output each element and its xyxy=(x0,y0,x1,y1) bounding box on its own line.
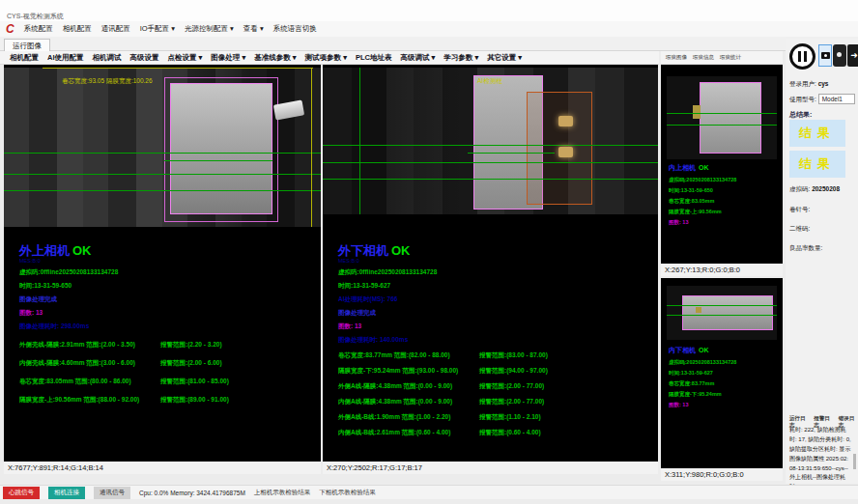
camera2-measure-line-short xyxy=(468,153,555,154)
camera4-measure-line xyxy=(667,305,777,306)
alarm-range: 报警范围:(0.60 - 4.00) xyxy=(479,429,541,437)
camera2-measure-line xyxy=(323,179,658,180)
upper-camera-teach-result-button[interactable]: 上相机示教检验结果 xyxy=(254,489,311,497)
defect-view-tabs: 瑕疵图像 瑕疵信息 瑕疵统计 xyxy=(661,51,783,65)
exit-button[interactable]: ➜ xyxy=(847,44,858,67)
camera3-frame-count: 图数: 13 xyxy=(669,219,736,226)
result-box-lower: 结果 xyxy=(789,151,845,178)
menu-item-language-switch[interactable]: 系统语言切换 xyxy=(273,24,317,34)
menu-item-view[interactable]: 查看 ▾ xyxy=(243,24,264,34)
camera3-image-view[interactable] xyxy=(667,76,777,159)
camera1-right-guideline xyxy=(311,68,312,227)
camera1-frame-count: 图数: 13 xyxy=(19,309,321,318)
camera3-line: 卷芯宽度:83.05mm xyxy=(669,198,736,205)
app-logo-icon: C xyxy=(6,23,14,35)
camera-view-button[interactable] xyxy=(818,44,832,67)
tool-test-item-params[interactable]: 测试项参数 ▾ xyxy=(305,53,347,63)
lower-camera-teach-result-button[interactable]: 下相机示教检验结果 xyxy=(319,489,376,497)
model-select[interactable]: Model1 xyxy=(818,94,855,104)
menu-item-light-control-config[interactable]: 光源控制配置 ▾ xyxy=(185,24,234,34)
camera2-measure-line xyxy=(323,162,658,163)
result-box-upper: 结果 xyxy=(789,120,845,147)
tool-advanced-settings[interactable]: 高级设置 xyxy=(130,53,159,63)
camera1-measure-line xyxy=(4,153,321,154)
tool-other-settings[interactable]: 其它设置 ▾ xyxy=(487,53,522,63)
camera1-image-view[interactable]: 卷芯宽度:93.05 隔膜宽度:100.26 xyxy=(4,68,321,227)
camera4-header: 内下相机OK xyxy=(669,346,736,355)
camera2-vertical-guideline xyxy=(359,68,360,214)
login-user-field: 登录用户: cys xyxy=(789,80,828,89)
camera3-line: 隔膜宽度-上:90.56mm xyxy=(669,209,736,215)
camera4-line: 时间:13-31-59-627 xyxy=(669,370,736,377)
camera4-line: 隔膜宽度-下:95.24mm xyxy=(669,391,736,398)
alarm-range: 报警范围:(2.00 - 77.00) xyxy=(479,398,544,406)
camera2-image-view[interactable]: AI检测框 xyxy=(323,68,658,214)
alarm-range: 报警范围:(81.00 - 85.00) xyxy=(160,378,229,386)
camera3-title: 内上相机 xyxy=(669,164,696,171)
camera1-measure-line xyxy=(4,174,321,175)
tab-defect-image[interactable]: 瑕疵图像 xyxy=(666,54,687,61)
measure-value: 隔膜宽度-上:90.56mm 范围:(88.00 - 92.00) xyxy=(19,396,157,405)
tool-advanced-debug[interactable]: 高级调试 ▾ xyxy=(400,53,435,63)
camera3-line: 时间:13-31-59-650 xyxy=(669,187,736,194)
camera4-title: 内下相机 xyxy=(669,347,696,353)
tab-defect-info[interactable]: 瑕疵信息 xyxy=(693,54,714,61)
measure-row: 隔膜宽度-下:95.24mm 范围:(93.00 - 98.00)报警范围:(9… xyxy=(338,367,658,376)
camera1-overlay-text: 卷芯宽度:93.05 隔膜宽度:100.26 xyxy=(62,77,153,86)
tool-learning-params[interactable]: 学习参数 ▾ xyxy=(443,53,478,63)
measure-value: 卷芯宽度:83.77mm 范围:(82.00 - 88.00) xyxy=(338,351,475,360)
camera3-measure-line xyxy=(667,125,777,126)
camera3-panel: 内上相机OK 虚拟码:20250208133134728 时间:13-31-59… xyxy=(661,65,783,276)
log-scrollbar[interactable] xyxy=(853,454,856,469)
comm-signal-indicator: 通讯信号 xyxy=(94,487,130,499)
tool-baseline-params[interactable]: 基准线参数 ▾ xyxy=(254,53,296,63)
measure-row: 内侧A线-隔膜:4.38mm 范围:(0.00 - 9.00)报警范围:(2.0… xyxy=(338,398,658,406)
measure-row: 卷芯宽度:83.05mm 范围:(80.00 - 86.00)报警范围:(81.… xyxy=(19,378,321,386)
tool-spot-check-settings[interactable]: 点检设置 ▾ xyxy=(168,53,203,63)
camera2-ai-elapsed: AI处理耗时(MS): 766 xyxy=(338,295,658,304)
statusbar: 心跳信号 相机连接 通讯信号 Cpu: 0.0% Memory: 3424.41… xyxy=(0,485,858,499)
window-title: CYS-视觉检测系统 xyxy=(7,12,64,21)
camera1-process-done: 图像处理完成 xyxy=(19,295,321,304)
measure-value: 隔膜宽度-下:95.24mm 范围:(93.00 - 98.00) xyxy=(338,367,475,376)
tool-camera-config[interactable]: 相机配置 xyxy=(10,53,39,63)
camera4-line: 卷芯宽度:83.77mm xyxy=(669,380,736,387)
camera2-measure-rows: 卷芯宽度:83.77mm 范围:(82.00 - 88.00)报警范围:(83.… xyxy=(323,351,658,437)
tool-image-processing[interactable]: 图像处理 ▾ xyxy=(211,53,245,63)
camera4-cell-region xyxy=(682,295,773,330)
menu-item-camera-config[interactable]: 相机配置 xyxy=(63,24,92,34)
tab-defect-stats[interactable]: 瑕疵统计 xyxy=(720,54,741,61)
login-user-value: cys xyxy=(818,80,829,87)
menu-item-io-config[interactable]: IO手配置 ▾ xyxy=(140,24,175,34)
menubar: C 系统配置 相机配置 通讯配置 IO手配置 ▾ 光源控制配置 ▾ 查看 ▾ 系… xyxy=(0,21,858,37)
camera4-pixel-coordinates: X:311;Y:980;R:0;G:0;B:0 xyxy=(661,468,783,481)
light-toggle-button[interactable] xyxy=(833,44,846,67)
camera4-image-view[interactable] xyxy=(667,286,777,340)
measure-row: 卷芯宽度:83.77mm 范围:(82.00 - 88.00)报警范围:(83.… xyxy=(338,351,658,360)
tool-plc-address-table[interactable]: PLC地址表 xyxy=(356,53,392,63)
camera1-title: 外上相机 xyxy=(19,243,70,258)
camera2-status-badge: OK xyxy=(391,243,411,258)
alarm-range: 报警范围:(89.00 - 91.00) xyxy=(160,396,229,405)
camera1-process-elapsed: 图像处理耗时: 298.00ms xyxy=(19,322,321,331)
menu-item-comm-config[interactable]: 通讯配置 xyxy=(101,24,130,34)
measure-value: 内侧A线-B线:2.61mm 范围:(0.60 - 4.00) xyxy=(338,429,475,437)
menu-item-system-config[interactable]: 系统配置 xyxy=(24,24,53,34)
pause-button[interactable] xyxy=(789,43,815,70)
camera1-time: 时间:13-31-59-650 xyxy=(19,282,321,291)
camera2-time: 时间:13-31-59-627 xyxy=(338,282,658,291)
camera3-line: 虚拟码:20250208133134728 xyxy=(669,177,736,183)
camera4-status-badge: OK xyxy=(699,347,709,353)
alarm-range: 报警范围:(2.00 - 77.00) xyxy=(479,382,544,391)
tool-camera-debug[interactable]: 相机调试 xyxy=(93,53,122,63)
measure-row: 隔膜宽度-上:90.56mm 范围:(88.00 - 92.00)报警范围:(8… xyxy=(19,396,321,405)
tool-ai-usage-config[interactable]: AI使用配置 xyxy=(47,53,84,63)
camera2-bright-spot xyxy=(558,116,573,126)
camera3-cell-region xyxy=(700,82,761,154)
measure-value: 内侧A线-隔膜:4.38mm 范围:(0.00 - 9.00) xyxy=(338,398,475,406)
camera4-line: 虚拟码:20250208133134728 xyxy=(669,359,736,366)
model-label: 使用型号: xyxy=(789,96,816,102)
needle-number-label: 卷针号: xyxy=(789,206,810,214)
app-window: CYS-视觉检测系统 C 系统配置 相机配置 通讯配置 IO手配置 ▾ 光源控制… xyxy=(0,0,858,504)
measure-value: 外侧A线-B线:1.90mm 范围:(1.00 - 2.20) xyxy=(338,413,475,422)
